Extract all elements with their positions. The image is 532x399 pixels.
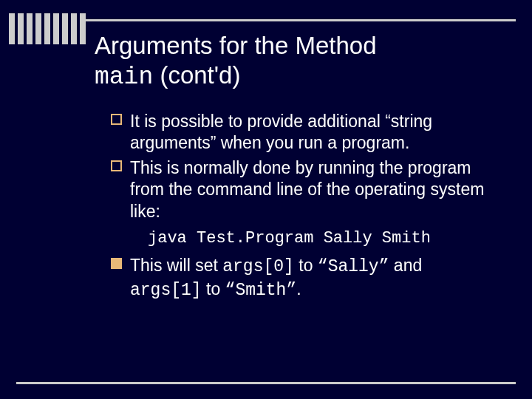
code-example: java Test.Program Sally Smith <box>148 228 488 249</box>
bullet-box-icon <box>111 114 122 125</box>
decorative-stripes <box>9 13 86 44</box>
bullet-2-text: This is normally done by running the pro… <box>130 158 484 221</box>
bullet-3-mid1: to <box>294 256 318 275</box>
slide-body: It is possible to provide additional “st… <box>111 111 488 304</box>
slide-title: Arguments for the Method main (cont'd) <box>95 31 377 92</box>
bullet-box-icon <box>111 160 122 171</box>
code-args0: args[0] <box>222 257 294 276</box>
bullet-3-pre: This will set <box>130 256 222 275</box>
bullet-1: It is possible to provide additional “st… <box>111 111 488 154</box>
top-rule <box>80 19 516 21</box>
bullet-3: This will set args[0] to “Sally” and arg… <box>111 255 488 301</box>
title-line1: Arguments for the Method <box>95 32 377 59</box>
code-sally: “Sally” <box>318 257 389 276</box>
bullet-box-filled-icon <box>111 258 122 269</box>
code-args1: args[1] <box>130 281 202 300</box>
bullet-3-mid2: and <box>389 256 422 275</box>
bullet-3-mid3: to <box>202 279 225 299</box>
bullet-3-end: . <box>296 279 301 299</box>
code-smith: “Smith” <box>225 281 297 300</box>
bullet-1-text: It is possible to provide additional “st… <box>130 112 432 152</box>
title-mono: main <box>95 64 153 91</box>
bullet-2: This is normally done by running the pro… <box>111 157 488 222</box>
bottom-rule <box>16 382 516 384</box>
title-tail: (cont'd) <box>153 61 240 89</box>
